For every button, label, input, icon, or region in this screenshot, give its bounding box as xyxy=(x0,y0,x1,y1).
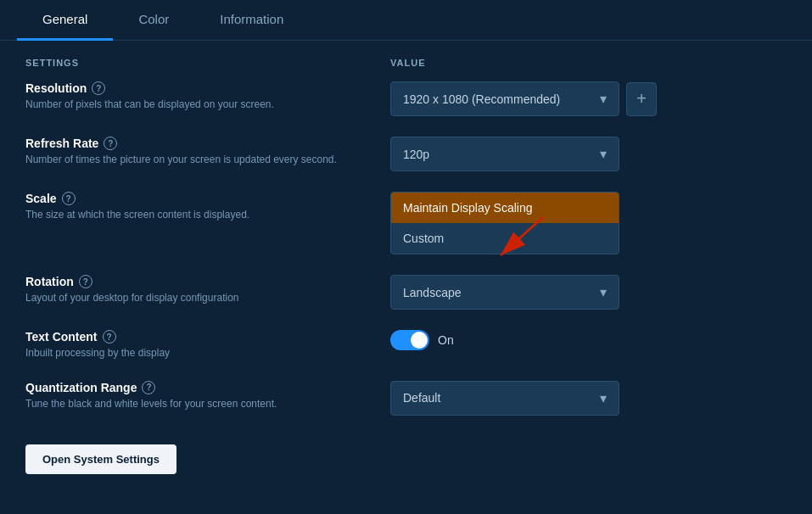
refresh-rate-desc: Number of times the picture on your scre… xyxy=(25,153,373,167)
resolution-controls-group: 1920 x 1080 (Recommended) ▾ + xyxy=(390,81,657,116)
quantization-chevron-icon: ▾ xyxy=(600,390,607,406)
scale-label-group: Scale ? The size at which the screen con… xyxy=(25,192,390,222)
open-system-settings-button[interactable]: Open System Settings xyxy=(25,444,176,474)
resolution-value: 1920 x 1080 (Recommended) xyxy=(403,92,560,106)
quantization-desc: Tune the black and white levels for your… xyxy=(25,397,373,411)
rotation-title: Rotation ? xyxy=(25,275,373,288)
scale-row: Scale ? The size at which the screen con… xyxy=(25,192,787,254)
quantization-title-text: Quantization Range xyxy=(25,381,137,394)
tab-color[interactable]: Color xyxy=(113,0,194,41)
quantization-control: Default ▾ xyxy=(390,381,787,416)
resolution-desc: Number of pixels that can be displayed o… xyxy=(25,98,373,112)
scale-title-text: Scale xyxy=(25,192,57,205)
quantization-label-group: Quantization Range ? Tune the black and … xyxy=(25,381,390,411)
resolution-label-group: Resolution ? Number of pixels that can b… xyxy=(25,81,390,112)
resolution-dropdown[interactable]: 1920 x 1080 (Recommended) ▾ xyxy=(390,81,619,116)
column-headers: SETTINGS VALUE xyxy=(25,58,787,68)
text-content-title-text: Text Content xyxy=(25,330,98,344)
quantization-dropdown[interactable]: Default ▾ xyxy=(390,381,619,416)
quantization-help-icon[interactable]: ? xyxy=(142,381,155,394)
refresh-rate-row: Refresh Rate ? Number of times the pictu… xyxy=(25,137,787,171)
quantization-title: Quantization Range ? xyxy=(25,381,373,394)
text-content-title: Text Content ? xyxy=(25,330,373,344)
rotation-row: Rotation ? Layout of your desktop for di… xyxy=(25,275,787,310)
scale-option-maintain[interactable]: Maintain Display Scaling xyxy=(391,193,619,223)
rotation-help-icon[interactable]: ? xyxy=(79,275,92,288)
refresh-rate-chevron-icon: ▾ xyxy=(600,146,607,162)
quantization-value: Default xyxy=(403,391,440,405)
scale-desc: The size at which the screen content is … xyxy=(25,208,373,222)
resolution-title: Resolution ? xyxy=(25,81,373,95)
text-content-help-icon[interactable]: ? xyxy=(103,330,116,344)
rotation-control: Landscape ▾ xyxy=(390,275,787,310)
scale-help-icon[interactable]: ? xyxy=(62,192,76,205)
text-content-toggle-container: On xyxy=(390,330,454,350)
refresh-rate-label-group: Refresh Rate ? Number of times the pictu… xyxy=(25,137,390,167)
rotation-label-group: Rotation ? Layout of your desktop for di… xyxy=(25,275,390,305)
text-content-control: On xyxy=(390,330,787,350)
resolution-row: Resolution ? Number of pixels that can b… xyxy=(25,81,787,116)
refresh-rate-dropdown[interactable]: 120p ▾ xyxy=(390,137,619,171)
value-col-header: VALUE xyxy=(390,58,425,68)
text-content-row: Text Content ? Inbuilt processing by the… xyxy=(25,330,787,360)
text-content-desc: Inbuilt processing by the display xyxy=(25,346,373,360)
toggle-knob xyxy=(411,332,428,349)
settings-col-header: SETTINGS xyxy=(25,58,390,68)
refresh-rate-help-icon[interactable]: ? xyxy=(104,137,117,150)
resolution-title-text: Resolution xyxy=(25,81,87,95)
resolution-control: 1920 x 1080 (Recommended) ▾ + xyxy=(390,81,787,116)
rotation-dropdown[interactable]: Landscape ▾ xyxy=(390,275,619,310)
rotation-chevron-icon: ▾ xyxy=(600,284,607,300)
refresh-rate-value: 120p xyxy=(403,148,429,161)
text-content-label-group: Text Content ? Inbuilt processing by the… xyxy=(25,330,390,360)
rotation-value: Landscape xyxy=(403,286,462,299)
resolution-chevron-icon: ▾ xyxy=(600,91,607,107)
rotation-desc: Layout of your desktop for display confi… xyxy=(25,291,373,305)
scale-title: Scale ? xyxy=(25,192,373,205)
main-content: SETTINGS VALUE Resolution ? Number of pi… xyxy=(0,41,812,491)
quantization-row: Quantization Range ? Tune the black and … xyxy=(25,381,787,416)
scale-control: Maintain Display Scaling Custom xyxy=(390,192,787,254)
tab-bar: General Color Information xyxy=(0,0,812,41)
resolution-add-button[interactable]: + xyxy=(626,82,657,116)
rotation-title-text: Rotation xyxy=(25,275,74,288)
tab-information[interactable]: Information xyxy=(194,0,309,41)
refresh-rate-control: 120p ▾ xyxy=(390,137,787,171)
text-content-toggle[interactable] xyxy=(390,330,429,350)
scale-dropdown-open: Maintain Display Scaling Custom xyxy=(390,192,619,254)
tab-general[interactable]: General xyxy=(17,0,113,41)
refresh-rate-title: Refresh Rate ? xyxy=(25,137,373,150)
refresh-rate-title-text: Refresh Rate xyxy=(25,137,98,150)
scale-option-custom[interactable]: Custom xyxy=(391,223,619,254)
resolution-help-icon[interactable]: ? xyxy=(92,81,105,95)
text-content-toggle-label: On xyxy=(438,333,454,347)
